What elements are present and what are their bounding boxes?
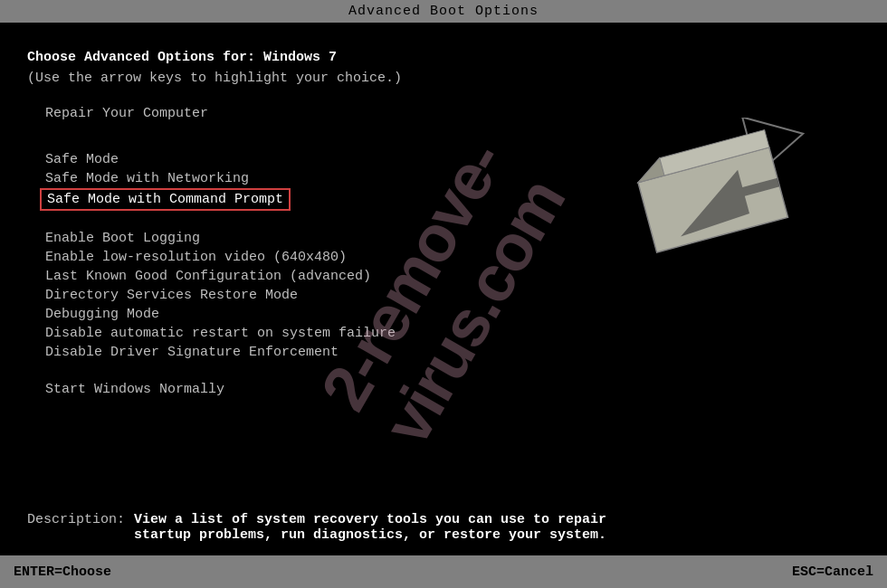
menu-item-start-normally[interactable]: Start Windows Normally (45, 380, 860, 399)
os-name: Windows 7 (263, 50, 337, 65)
arrow-hint: (Use the arrow keys to highlight your ch… (27, 71, 860, 86)
menu-item-directory-services[interactable]: Directory Services Restore Mode (45, 286, 860, 305)
status-enter-label: ENTER=Choose (14, 564, 111, 580)
description-text-line2: startup problems, run diagnostics, or re… (134, 527, 606, 543)
menu-item-safe-mode[interactable]: Safe Mode (45, 150, 860, 169)
menu-item-disable-driver-sig[interactable]: Disable Driver Signature Enforcement (45, 343, 860, 362)
description-section: Description: View a list of system recov… (0, 512, 887, 543)
status-esc-label: ESC=Cancel (792, 564, 873, 580)
description-label: Description: (27, 512, 125, 543)
menu-item-disable-auto-restart[interactable]: Disable automatic restart on system fail… (45, 324, 860, 343)
title-bar: Advanced Boot Options (0, 0, 887, 23)
menu-item-safe-mode-networking[interactable]: Safe Mode with Networking (45, 169, 860, 188)
menu-item-enable-low-res[interactable]: Enable low-resolution video (640x480) (45, 248, 860, 267)
menu-item-debugging-mode[interactable]: Debugging Mode (45, 305, 860, 324)
main-content: Choose Advanced Options for: Windows 7 (… (0, 23, 887, 417)
choose-line: Choose Advanced Options for: Windows 7 (27, 50, 860, 65)
boot-menu: Repair Your Computer Safe Mode Safe Mode… (45, 104, 860, 362)
choose-prefix: Choose Advanced Options for: (27, 50, 263, 65)
menu-item-last-known-good[interactable]: Last Known Good Configuration (advanced) (45, 267, 860, 286)
menu-item-enable-boot-logging[interactable]: Enable Boot Logging (45, 229, 860, 248)
menu-item-safe-mode-command[interactable]: Safe Mode with Command Prompt (40, 188, 291, 211)
menu-item-repair[interactable]: Repair Your Computer (45, 104, 860, 123)
description-text-line1: View a list of system recovery tools you… (134, 512, 606, 527)
title-text: Advanced Boot Options (348, 4, 539, 19)
status-bar: ENTER=Choose ESC=Cancel (0, 555, 887, 588)
